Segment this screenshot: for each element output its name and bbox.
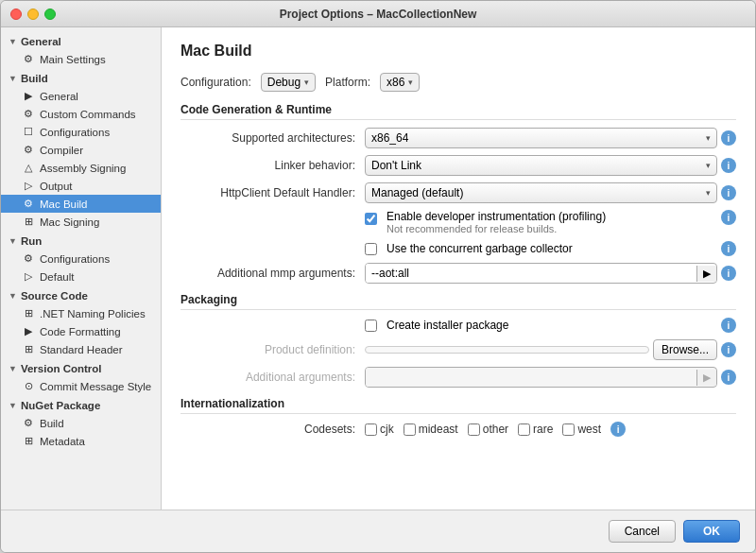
sidebar-group-run[interactable]: ▼ Run (1, 233, 161, 250)
titlebar: Project Options – MacCollectionNew (1, 1, 755, 27)
http-label: HttpClient Default Handler: (180, 186, 365, 199)
gear-icon: ⚙ (22, 53, 35, 65)
pkg-args-input-group: ▶ (365, 367, 717, 388)
sidebar-item-run-configurations[interactable]: ⚙ Configurations (1, 250, 161, 268)
linker-info-button[interactable]: i (721, 158, 736, 173)
intl-header: Internationalization (180, 397, 736, 414)
sidebar-group-build[interactable]: ▼ Build (1, 70, 161, 87)
arch-control: x86_64 ▾ i (365, 128, 736, 148)
sidebar-section-run: ▼ Run ⚙ Configurations ▷ Default (1, 233, 161, 285)
close-button[interactable] (10, 9, 22, 20)
mmp-label: Additional mmp arguments: (180, 267, 365, 280)
dev-instrumentation-sublabel: Not recommended for release builds. (387, 223, 606, 234)
mmp-arrow-button[interactable]: ▶ (696, 266, 716, 282)
pkg-args-arrow-button: ▶ (696, 370, 716, 386)
codeset-rare-checkbox[interactable] (518, 423, 530, 436)
sidebar-item-compiler[interactable]: ⚙ Compiler (1, 141, 161, 159)
platform-select[interactable]: x86 ▾ (380, 73, 420, 92)
browse-button[interactable]: Browse... (653, 339, 717, 360)
mmp-info-button[interactable]: i (721, 266, 736, 281)
pkg-args-control: ▶ i (365, 367, 736, 388)
sidebar-item-custom-commands[interactable]: ⚙ Custom Commands (1, 105, 161, 123)
sidebar-item-build-general[interactable]: ▶ General (1, 87, 161, 105)
mmp-input-group: ▶ (365, 263, 717, 284)
sidebar-item-mac-build[interactable]: ⚙ Mac Build (1, 195, 161, 213)
sidebar-item-configurations[interactable]: ☐ Configurations (1, 123, 161, 141)
create-installer-checkbox[interactable] (365, 320, 377, 332)
codeset-other: other (468, 423, 508, 436)
sidebar-group-source-code[interactable]: ▼ Source Code (1, 287, 161, 304)
mmp-input[interactable] (366, 264, 696, 283)
gear-icon: ⚙ (22, 144, 35, 156)
concurrent-gc-checkbox[interactable] (365, 243, 377, 255)
pkg-args-row: Additional arguments: ▶ i (180, 367, 736, 388)
http-select[interactable]: Managed (default) ▾ (365, 182, 717, 203)
codesets-label: Codesets: (180, 423, 365, 436)
sidebar-item-code-formatting[interactable]: ▶ Code Formatting (1, 322, 161, 340)
sidebar-item-assembly-signing[interactable]: △ Assembly Signing (1, 159, 161, 177)
sidebar-item-default[interactable]: ▷ Default (1, 268, 161, 285)
page-title: Mac Build (180, 43, 736, 60)
linker-select[interactable]: Don't Link ▾ (365, 155, 717, 176)
sidebar-section-build: ▼ Build ▶ General ⚙ Custom Commands ☐ Co… (1, 70, 161, 231)
linker-control: Don't Link ▾ i (365, 155, 736, 176)
codeset-mideast: mideast (404, 423, 458, 436)
config-select[interactable]: Debug ▾ (261, 73, 316, 92)
chevron-down-icon: ▾ (706, 161, 711, 170)
arrow-icon: ▼ (9, 236, 17, 246)
gc-info-button[interactable]: i (721, 241, 736, 256)
dev-control: Enable developer instrumentation (profil… (365, 210, 736, 234)
main-window: Project Options – MacCollectionNew ▼ Gen… (0, 0, 756, 553)
pkg-args-info-button[interactable]: i (721, 370, 736, 385)
dev-info-button[interactable]: i (721, 210, 736, 225)
codeset-other-checkbox[interactable] (468, 423, 480, 436)
installer-control: Create installer package i (365, 318, 736, 333)
grid-icon: ⊞ (22, 307, 35, 320)
sidebar-item-mac-signing[interactable]: ⊞ Mac Signing (1, 213, 161, 231)
create-installer-row: Create installer package i (180, 318, 736, 333)
codeset-cjk-checkbox[interactable] (365, 423, 377, 436)
sidebar-item-nuget-build[interactable]: ⚙ Build (1, 414, 161, 432)
minimize-button[interactable] (27, 9, 39, 20)
installer-info-button[interactable]: i (721, 318, 736, 333)
platform-label: Platform: (325, 76, 370, 89)
config-icon: ☐ (22, 126, 35, 138)
codeset-mideast-checkbox[interactable] (404, 423, 416, 436)
mmp-row: Additional mmp arguments: ▶ i (180, 263, 736, 284)
linker-row: Linker behavior: Don't Link ▾ i (180, 155, 736, 176)
codeset-west: west (562, 423, 601, 436)
codeset-west-checkbox[interactable] (562, 423, 575, 436)
config-label: Configuration: (180, 76, 251, 89)
sidebar-item-main-settings[interactable]: ⚙ Main Settings (1, 50, 161, 68)
arrow-icon: ▷ (22, 270, 35, 283)
http-info-button[interactable]: i (721, 185, 736, 200)
code-gen-header: Code Generation & Runtime (180, 103, 736, 120)
sidebar-group-general[interactable]: ▼ General (1, 33, 161, 50)
content-area: ▼ General ⚙ Main Settings ▼ Build ▶ Gene… (1, 27, 755, 510)
sidebar-item-commit-message[interactable]: ⊙ Commit Message Style (1, 377, 161, 395)
cancel-button[interactable]: Cancel (609, 520, 676, 543)
sidebar-section-source-code: ▼ Source Code ⊞ .NET Naming Policies ▶ C… (1, 287, 161, 358)
ok-button[interactable]: OK (683, 520, 740, 543)
sidebar-section-nuget: ▼ NuGet Package ⚙ Build ⊞ Metadata (1, 397, 161, 450)
sidebar-group-nuget[interactable]: ▼ NuGet Package (1, 397, 161, 414)
arch-select[interactable]: x86_64 ▾ (365, 128, 717, 148)
product-def-info-button[interactable]: i (721, 342, 736, 357)
sidebar-item-net-naming[interactable]: ⊞ .NET Naming Policies (1, 304, 161, 322)
window-title: Project Options – MacCollectionNew (280, 8, 477, 21)
sidebar-item-standard-header[interactable]: ⊞ Standard Header (1, 340, 161, 358)
packaging-header: Packaging (180, 293, 736, 310)
codesets-info-button[interactable]: i (610, 422, 626, 437)
pkg-args-input (366, 368, 696, 387)
arch-info-button[interactable]: i (721, 130, 736, 146)
product-def-input (365, 346, 649, 354)
sidebar-group-version-control[interactable]: ▼ Version Control (1, 360, 161, 377)
main-panel: Mac Build Configuration: Debug ▾ Platfor… (162, 27, 755, 510)
create-installer-label: Create installer package (387, 319, 508, 332)
arrow-icon: ▼ (9, 291, 17, 301)
codesets-control: cjk mideast other rare (365, 422, 736, 437)
sidebar-item-metadata[interactable]: ⊞ Metadata (1, 432, 161, 450)
sidebar-item-output[interactable]: ▷ Output (1, 177, 161, 195)
maximize-button[interactable] (44, 9, 56, 20)
dev-instrumentation-checkbox[interactable] (365, 213, 377, 225)
